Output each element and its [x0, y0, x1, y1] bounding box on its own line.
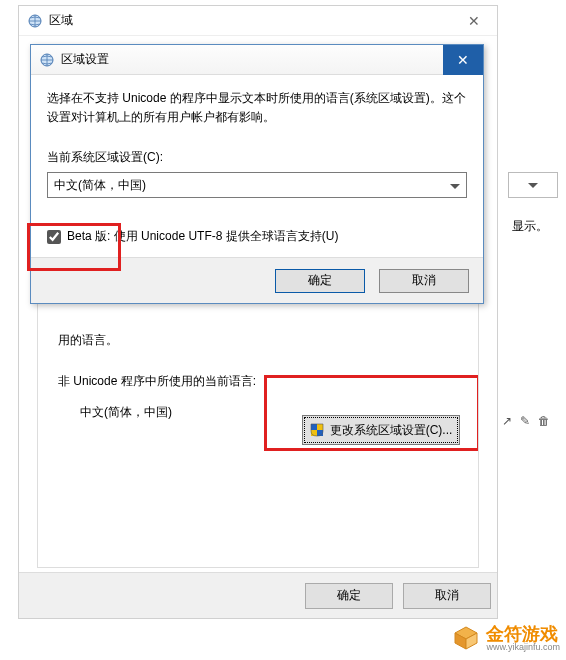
parent-titlebar: 区域 ✕	[19, 6, 497, 36]
svg-rect-2	[317, 424, 323, 430]
uac-shield-icon	[310, 423, 324, 437]
parent-close-button[interactable]: ✕	[459, 13, 489, 29]
edit-icon[interactable]: ✎	[520, 414, 530, 428]
cube-icon	[452, 624, 480, 652]
watermark-name: 金符游戏	[486, 625, 560, 643]
svg-rect-3	[311, 430, 317, 436]
change-system-locale-label: 更改系统区域设置(C)...	[330, 422, 453, 439]
svg-rect-1	[311, 424, 317, 430]
change-system-locale-button[interactable]: 更改系统区域设置(C)...	[302, 415, 460, 445]
modal-body: 选择在不支持 Unicode 的程序中显示文本时所使用的语言(系统区域设置)。这…	[31, 75, 483, 257]
delete-icon[interactable]: 🗑	[538, 414, 550, 428]
modal-titlebar: 区域设置 ✕	[31, 45, 483, 75]
used-language-fragment: 用的语言。	[58, 332, 458, 349]
navigate-icon[interactable]: ↗	[502, 414, 512, 428]
svg-rect-4	[317, 430, 323, 436]
globe-icon	[39, 52, 55, 68]
parent-button-bar: 确定 取消	[19, 572, 497, 618]
watermark-domain: www.yikajinfu.com	[486, 643, 560, 652]
modal-cancel-button[interactable]: 取消	[379, 269, 469, 293]
beta-utf8-checkbox[interactable]	[47, 230, 61, 244]
globe-icon	[27, 13, 43, 29]
modal-title: 区域设置	[61, 51, 443, 68]
right-dropdown-button[interactable]	[508, 172, 558, 198]
watermark: 金符游戏 www.yikajinfu.com	[452, 624, 560, 652]
region-settings-dialog: 区域设置 ✕ 选择在不支持 Unicode 的程序中显示文本时所使用的语言(系统…	[30, 44, 484, 304]
modal-ok-button[interactable]: 确定	[275, 269, 365, 293]
system-locale-select[interactable]: 中文(简体，中国)	[47, 172, 467, 198]
modal-close-button[interactable]: ✕	[443, 45, 483, 75]
right-background-panel: 显示。 ↗ ✎ 🗑	[498, 0, 566, 660]
beta-utf8-label: Beta 版: 使用 Unicode UTF-8 提供全球语言支持(U)	[67, 228, 338, 245]
beta-utf8-checkbox-row[interactable]: Beta 版: 使用 Unicode UTF-8 提供全球语言支持(U)	[47, 228, 467, 245]
modal-button-bar: 确定 取消	[31, 257, 483, 303]
parent-ok-button[interactable]: 确定	[305, 583, 393, 609]
parent-title: 区域	[49, 12, 459, 29]
right-mini-icons: ↗ ✎ 🗑	[502, 414, 550, 428]
chevron-down-icon	[450, 178, 460, 192]
parent-cancel-button[interactable]: 取消	[403, 583, 491, 609]
system-locale-value: 中文(简体，中国)	[54, 177, 146, 194]
system-locale-label: 当前系统区域设置(C):	[47, 149, 467, 166]
modal-description: 选择在不支持 Unicode 的程序中显示文本时所使用的语言(系统区域设置)。这…	[47, 89, 467, 127]
chevron-down-icon	[528, 183, 538, 188]
non-unicode-label: 非 Unicode 程序中所使用的当前语言:	[58, 373, 458, 390]
right-show-fragment: 显示。	[512, 218, 548, 235]
